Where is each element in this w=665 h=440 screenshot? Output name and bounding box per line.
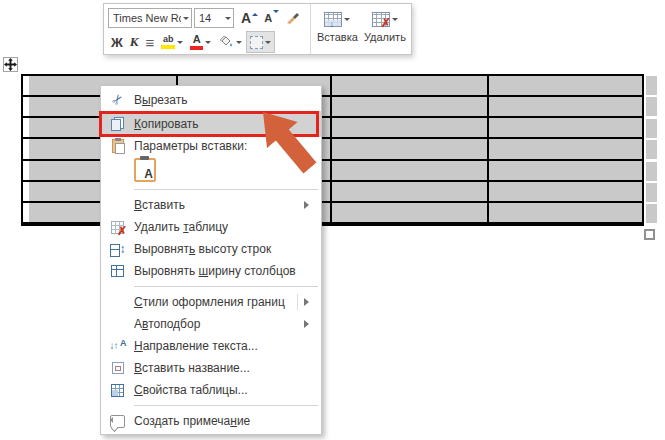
- menu-item-label: Выровнять высоту строк: [134, 242, 271, 256]
- text-highlight-icon: ab: [161, 35, 175, 49]
- table-column-border: [487, 76, 489, 224]
- menu-item-label: Направление текста...: [134, 339, 258, 353]
- grow-font-button[interactable]: А: [238, 8, 261, 28]
- menu-item-insert[interactable]: Вставить: [101, 194, 321, 216]
- menu-icon-gutter: [101, 265, 134, 277]
- grow-font-icon: А: [241, 10, 251, 26]
- text-direction-icon: [110, 340, 126, 353]
- menu-icon-gutter: [101, 93, 134, 106]
- chevron-down-icon[interactable]: [225, 17, 231, 23]
- move-arrows-icon: [4, 58, 17, 71]
- shading-button[interactable]: [215, 32, 245, 52]
- menu-icon-gutter: [101, 243, 134, 256]
- font-color-button[interactable]: А: [187, 32, 214, 52]
- row-end-selection-mark: [646, 97, 657, 116]
- chevron-down-icon[interactable]: [265, 41, 271, 47]
- menu-item-delete-table[interactable]: Удалить таблицу: [101, 216, 321, 238]
- menu-item-label: Выровнять ширину столбцов: [134, 264, 296, 278]
- font-color-icon: А: [190, 34, 203, 50]
- menu-item-label: Удалить таблицу: [134, 220, 228, 234]
- menu-icon-gutter: [101, 384, 134, 397]
- italic-button[interactable]: К: [127, 32, 142, 52]
- delete-table-rows-icon: [372, 12, 390, 27]
- row-end-selection-mark: [646, 204, 657, 223]
- menu-item-label: Вырезать: [134, 93, 187, 107]
- menu-header-paste-options: Параметры вставки:: [101, 137, 321, 154]
- menu-item-distribute-rows[interactable]: Выровнять высоту строк: [101, 238, 321, 260]
- menu-icon-gutter: [101, 139, 134, 153]
- table-column-border: [330, 76, 332, 224]
- paste-keep-formatting-icon[interactable]: [134, 158, 156, 182]
- menu-icon-gutter: [101, 415, 134, 428]
- menu-icon-gutter: [101, 362, 134, 374]
- distribute-rows-icon: [110, 243, 126, 256]
- format-painter-icon: [285, 10, 301, 26]
- scissors-icon: [109, 91, 126, 107]
- menu-item-label: Параметры вставки:: [134, 139, 247, 153]
- format-painter-button[interactable]: [282, 8, 304, 28]
- font-size-combobox[interactable]: 14: [194, 8, 234, 28]
- chevron-down-icon[interactable]: [177, 41, 183, 47]
- insert-button[interactable]: Вставка: [317, 8, 358, 52]
- mini-toolbar: Times New Ro 14 А А: [103, 3, 412, 55]
- menu-item-label: Вставить: [134, 198, 185, 212]
- font-name-combobox[interactable]: Times New Ro: [108, 8, 192, 28]
- menu-item-label: Вставить название...: [134, 361, 250, 375]
- distribute-columns-icon: [111, 265, 124, 277]
- menu-item-border-styles[interactable]: Стили оформления границ: [101, 291, 321, 313]
- menu-icon-gutter: [101, 117, 134, 131]
- menu-item-distribute-columns[interactable]: Выровнять ширину столбцов: [101, 260, 321, 282]
- word-document-canvas: Times New Ro 14 А А: [0, 0, 665, 440]
- align-lines-icon: ≡: [146, 35, 155, 50]
- menu-item-new-comment[interactable]: Создать примечание: [101, 410, 321, 432]
- submenu-arrow-icon: [304, 298, 313, 306]
- new-comment-icon: [110, 415, 125, 428]
- chevron-down-icon[interactable]: [236, 41, 242, 47]
- delete-button-label: Удалить: [364, 31, 406, 43]
- menu-item-label: Создать примечание: [134, 414, 250, 428]
- pre-arrow-divider: [297, 294, 298, 310]
- row-end-selection-mark: [646, 119, 657, 138]
- paste-option-paste-keep-formatting[interactable]: [101, 154, 321, 185]
- insert-button-label: Вставка: [317, 31, 358, 43]
- shrink-font-icon: А: [264, 12, 272, 24]
- table-resize-handle[interactable]: [644, 229, 655, 240]
- menu-item-table-properties[interactable]: Свойства таблицы...: [101, 379, 321, 401]
- delete-table-icon: [111, 221, 124, 234]
- font-size-value: 14: [199, 12, 223, 24]
- text-highlight-button[interactable]: ab: [158, 32, 186, 52]
- grow-caret-icon: [252, 10, 258, 16]
- menu-separator: [134, 405, 318, 406]
- font-name-value: Times New Ro: [113, 12, 181, 24]
- alignment-button[interactable]: ≡: [143, 32, 158, 52]
- shrink-caret-icon: [273, 10, 279, 16]
- bold-button[interactable]: Ж: [108, 32, 126, 52]
- delete-button[interactable]: Удалить: [364, 8, 406, 52]
- shrink-font-button[interactable]: А: [261, 8, 282, 28]
- chevron-down-icon[interactable]: [392, 18, 398, 24]
- paint-bucket-icon: [218, 35, 234, 49]
- chevron-down-icon[interactable]: [344, 18, 350, 24]
- menu-item-copy[interactable]: Копировать: [101, 111, 321, 137]
- mini-toolbar-table-section: Вставка Удалить: [310, 4, 411, 54]
- row-end-selection-mark: [646, 183, 657, 202]
- insert-table-rows-icon: [324, 12, 342, 27]
- mini-toolbar-font-section: Times New Ro 14 А А: [104, 4, 310, 54]
- menu-item-text-direction[interactable]: Направление текста...: [101, 335, 321, 357]
- copy-icon: [111, 117, 124, 131]
- row-end-selection-mark: [646, 162, 657, 181]
- menu-item-autofit[interactable]: Автоподбор: [101, 313, 321, 335]
- paste-sm-icon: [112, 139, 124, 153]
- submenu-arrow-icon: [304, 201, 313, 209]
- table-move-handle[interactable]: [3, 57, 18, 72]
- borders-icon: [250, 36, 263, 49]
- menu-item-insert-caption[interactable]: Вставить название...: [101, 357, 321, 379]
- submenu-arrow-icon: [304, 320, 313, 328]
- row-end-selection-mark: [646, 76, 657, 95]
- chevron-down-icon[interactable]: [183, 17, 189, 23]
- borders-button[interactable]: [246, 31, 275, 53]
- chevron-down-icon[interactable]: [205, 41, 211, 47]
- menu-item-cut[interactable]: Вырезать: [101, 88, 321, 111]
- insert-caption-icon: [112, 362, 124, 374]
- context-menu-list: ВырезатьКопироватьПараметры вставки:Вста…: [101, 88, 321, 432]
